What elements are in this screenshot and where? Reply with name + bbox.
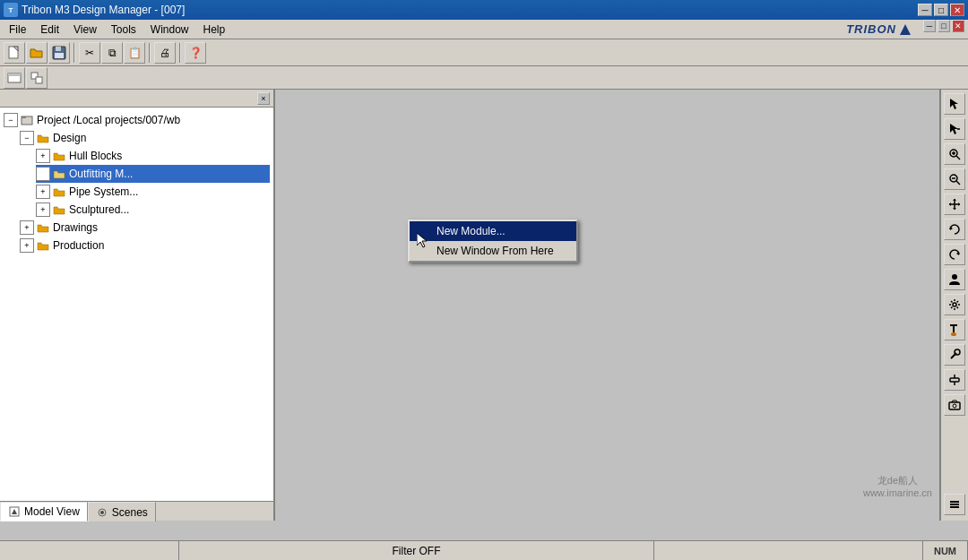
hull-blocks-container: + Hull Blocks bbox=[20, 147, 270, 165]
hull-label: Hull Blocks bbox=[69, 150, 122, 162]
menu-tools[interactable]: Tools bbox=[104, 21, 143, 39]
user-button[interactable] bbox=[944, 269, 965, 290]
close-button[interactable]: ✕ bbox=[950, 4, 964, 16]
context-menu: New Module... New Window From Here bbox=[408, 220, 578, 263]
model-view-tab[interactable]: Model View bbox=[0, 502, 88, 521]
pipe-container: + Pipe System... bbox=[20, 183, 270, 201]
zoom-in-button[interactable] bbox=[944, 143, 965, 165]
pipe-node[interactable]: + Pipe System... bbox=[36, 183, 270, 201]
new-button[interactable] bbox=[4, 42, 25, 64]
design-node[interactable]: − Design bbox=[20, 129, 270, 147]
tool2-button[interactable] bbox=[944, 369, 965, 391]
production-label: Production bbox=[53, 239, 104, 252]
wrench-button[interactable] bbox=[944, 344, 965, 366]
select-tool-button[interactable] bbox=[944, 118, 965, 140]
mdi-minimize[interactable]: ─ bbox=[923, 20, 936, 32]
tree-view[interactable]: − Project /Local projects/007/wb − Desig… bbox=[0, 108, 273, 501]
model-view-label: Model View bbox=[24, 505, 80, 518]
camera-button[interactable] bbox=[944, 394, 965, 416]
svg-marker-33 bbox=[953, 208, 956, 210]
rotate-left-button[interactable] bbox=[944, 219, 965, 240]
svg-rect-8 bbox=[55, 53, 64, 58]
layers-button[interactable] bbox=[944, 494, 965, 515]
svg-marker-32 bbox=[953, 199, 956, 201]
svg-marker-36 bbox=[950, 227, 953, 230]
open-button[interactable] bbox=[26, 42, 48, 64]
production-expand[interactable]: + bbox=[20, 238, 34, 253]
window-title: Tribon M3 Design Manager - [007] bbox=[22, 4, 185, 16]
svg-point-39 bbox=[953, 303, 956, 306]
print-button[interactable]: 🖨 bbox=[154, 42, 176, 64]
logo-icon bbox=[898, 22, 912, 37]
svg-rect-12 bbox=[36, 77, 42, 83]
panel-title-bar: × bbox=[0, 90, 273, 108]
production-node[interactable]: + Production bbox=[20, 237, 270, 254]
toolbar-sep-1 bbox=[73, 43, 75, 63]
outfitting-expand[interactable]: + bbox=[36, 167, 50, 181]
panel-close-button[interactable]: × bbox=[257, 92, 270, 105]
status-numlock: NUM bbox=[923, 541, 968, 560]
outfitting-node[interactable]: + Outfitting M... bbox=[36, 165, 270, 183]
cursor-indicator bbox=[417, 233, 431, 254]
svg-marker-16 bbox=[12, 509, 17, 514]
hull-expand[interactable]: + bbox=[36, 149, 50, 163]
root-expand[interactable]: − bbox=[4, 113, 18, 127]
maximize-button[interactable]: □ bbox=[934, 4, 948, 16]
toolbar2-btn2[interactable] bbox=[26, 67, 48, 89]
hull-blocks-node[interactable]: + Hull Blocks bbox=[36, 147, 270, 165]
context-menu-new-module[interactable]: New Module... bbox=[410, 221, 576, 241]
hull-folder-icon bbox=[52, 149, 66, 163]
right-sidebar bbox=[939, 90, 968, 521]
sculptured-node[interactable]: + Sculptured... bbox=[36, 201, 270, 219]
pan-button[interactable] bbox=[944, 194, 965, 215]
context-menu-new-window[interactable]: New Window From Here bbox=[410, 241, 576, 261]
menu-view[interactable]: View bbox=[66, 21, 104, 39]
svg-text:T: T bbox=[9, 6, 13, 14]
svg-rect-40 bbox=[950, 324, 957, 326]
paste-button[interactable]: 📋 bbox=[124, 42, 145, 64]
help-button[interactable]: ❓ bbox=[185, 42, 206, 64]
menu-window[interactable]: Window bbox=[143, 21, 196, 39]
toolbar2-btn1[interactable] bbox=[4, 67, 25, 89]
scenes-icon bbox=[96, 506, 108, 519]
svg-marker-37 bbox=[956, 252, 959, 255]
sculptured-expand[interactable]: + bbox=[36, 202, 50, 217]
pipe-expand[interactable]: + bbox=[36, 185, 50, 199]
svg-marker-35 bbox=[958, 202, 960, 206]
cut-button[interactable]: ✂ bbox=[79, 42, 100, 64]
drawings-node[interactable]: + Drawings bbox=[20, 219, 270, 237]
drawings-container: + Drawings bbox=[4, 219, 270, 237]
svg-marker-2 bbox=[900, 24, 911, 35]
cursor-tool-button[interactable] bbox=[944, 93, 965, 115]
watermark-line2: www.imarine.cn bbox=[863, 487, 932, 498]
svg-line-28 bbox=[956, 181, 960, 185]
design-container: − Design + Hull Blocks bbox=[4, 129, 270, 219]
svg-rect-50 bbox=[950, 501, 959, 503]
left-panel: × − Project /Local projects/007/wb − De bbox=[0, 90, 275, 521]
menu-logo: TRIBON bbox=[846, 22, 912, 37]
minimize-button[interactable]: ─ bbox=[918, 4, 932, 16]
paint-button[interactable] bbox=[944, 319, 965, 340]
menu-file[interactable]: File bbox=[2, 21, 33, 39]
watermark: 龙de船人 www.imarine.cn bbox=[863, 474, 932, 498]
zoom-out-button[interactable] bbox=[944, 168, 965, 190]
design-expand[interactable]: − bbox=[20, 131, 34, 145]
svg-rect-45 bbox=[950, 378, 959, 382]
menu-edit[interactable]: Edit bbox=[33, 21, 66, 39]
mdi-close[interactable]: ✕ bbox=[952, 20, 964, 32]
sculptured-label: Sculptured... bbox=[69, 203, 129, 216]
save-button[interactable] bbox=[48, 42, 70, 64]
svg-marker-21 bbox=[950, 124, 958, 134]
copy-button[interactable]: ⧉ bbox=[101, 42, 123, 64]
svg-rect-14 bbox=[22, 116, 26, 118]
rotate-right-button[interactable] bbox=[944, 244, 965, 265]
drawings-expand[interactable]: + bbox=[20, 220, 34, 235]
tree-root[interactable]: − Project /Local projects/007/wb bbox=[4, 111, 270, 129]
menu-help[interactable]: Help bbox=[196, 21, 233, 39]
scenes-tab[interactable]: Scenes bbox=[88, 502, 156, 521]
pipe-folder-icon bbox=[52, 185, 66, 199]
new-module-label: New Module... bbox=[436, 225, 506, 237]
mdi-maximize[interactable]: □ bbox=[938, 20, 950, 32]
settings-button[interactable] bbox=[944, 294, 965, 315]
toolbar-sep-2 bbox=[149, 43, 151, 63]
